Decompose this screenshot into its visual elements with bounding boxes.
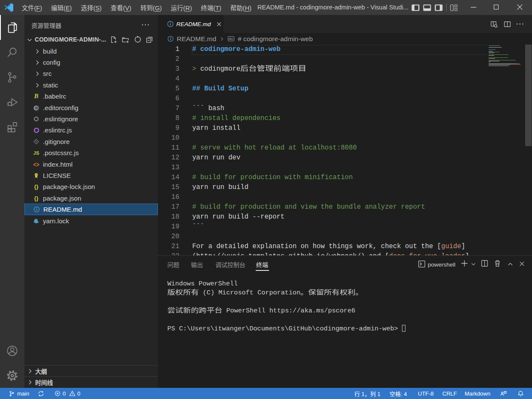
- svg-text:abc: abc: [229, 37, 233, 40]
